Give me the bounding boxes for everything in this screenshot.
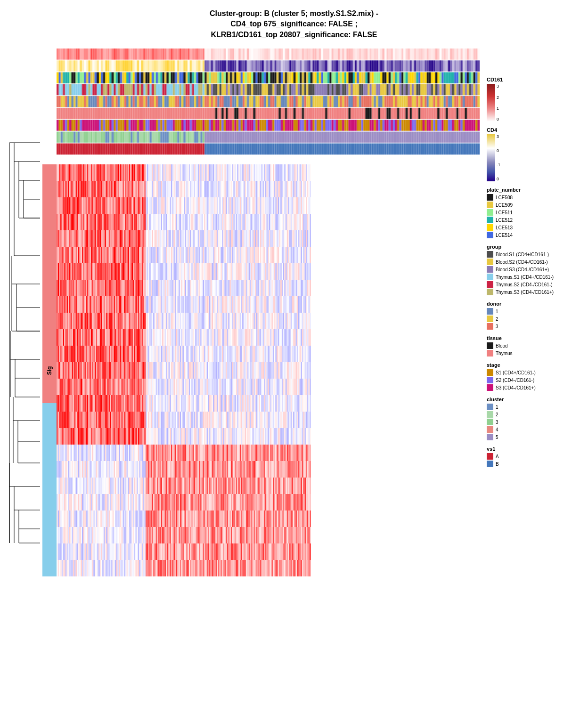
legend-area: CD161 3 2 1 [480, 49, 588, 576]
vs1-legend-title: vs1 [487, 446, 588, 452]
legend-item: A [487, 453, 588, 460]
legend-item: 1 [487, 308, 588, 315]
legend-item: B [487, 461, 588, 467]
legend-item: LCE512 [487, 217, 588, 223]
legend-item: S3 (CD4-/CD161+) [487, 384, 588, 391]
legend-item: 3 [487, 323, 588, 330]
svg-rect-34 [487, 84, 495, 122]
cd161-min: 0 [497, 117, 499, 122]
legend-item: S1 (CD4+/CD161-) [487, 369, 588, 376]
legend-item: 4 [487, 426, 588, 433]
donor-legend-title: donor [487, 301, 588, 307]
legend-item: Blood [487, 342, 588, 349]
plate-legend-title: plate_number [487, 187, 588, 193]
cd4-bot: 0 [497, 177, 500, 181]
cd4-mid: 0 [497, 148, 500, 153]
legend-item: LCE509 [487, 202, 588, 208]
legend-item: LCE514 [487, 232, 588, 238]
tissue-legend: BloodThymus [487, 342, 588, 357]
legend-item: Thymus.S3 (CD4-/CD161+) [487, 289, 588, 295]
dendrogram [5, 133, 42, 576]
cd4-colorbar [487, 134, 495, 181]
legend-item: 2 [487, 316, 588, 322]
legend-item: Blood.S1 (CD4+/CD161-) [487, 251, 588, 258]
legend-item: Thymus.S1 (CD4+/CD161-) [487, 274, 588, 280]
stage-legend-title: stage [487, 362, 588, 368]
legend-item: Thymus [487, 350, 588, 357]
legend-item: LCE513 [487, 224, 588, 231]
sig-label: Sig [46, 366, 53, 375]
cd4-max: 3 [497, 134, 500, 139]
tissue-legend-title: tissue [487, 335, 588, 341]
cd4-neg: -1 [497, 162, 500, 167]
cd161-low: 1 [497, 106, 499, 111]
vs1-legend: AB [487, 453, 588, 467]
legend-item: 2 [487, 411, 588, 418]
legend-item: 3 [487, 419, 588, 425]
cluster-legend: 12345 [487, 404, 588, 440]
legend-item: 1 [487, 404, 588, 410]
plate-legend: LCE508LCE509LCE511LCE512LCE513LCE514 [487, 194, 588, 238]
cd161-colorbar [487, 84, 495, 122]
legend-item: Thymus.S2 (CD4-/CD161-) [487, 281, 588, 288]
sig-label-area: Sig [42, 164, 57, 576]
annotation-heatmap [57, 49, 480, 163]
donor-legend: 123 [487, 308, 588, 330]
main-title: Cluster-group: B (cluster 5; mostly.S1.S… [0, 0, 588, 45]
legend-item: S2 (CD4-/CD161-) [487, 377, 588, 383]
cd161-mid: 2 [497, 95, 499, 100]
legend-item: LCE511 [487, 209, 588, 216]
group-legend: Blood.S1 (CD4+/CD161-)Blood.S2 (CD4-/CD1… [487, 251, 588, 295]
cluster-legend-title: cluster [487, 397, 588, 402]
gene-labels-column [311, 164, 344, 576]
cd161-max: 3 [497, 84, 499, 89]
heatmap-canvas [57, 164, 311, 576]
legend-item: 5 [487, 434, 588, 440]
svg-rect-35 [487, 134, 495, 181]
cd4-legend-title: CD4 [487, 127, 588, 133]
legend-item: Blood.S2 (CD4-/CD161-) [487, 259, 588, 265]
legend-item: LCE508 [487, 194, 588, 201]
legend-item: Blood.S3 (CD4-/CD161+) [487, 266, 588, 273]
cd161-legend-title: CD161 [487, 77, 588, 82]
group-legend-title: group [487, 244, 588, 250]
stage-legend: S1 (CD4+/CD161-)S2 (CD4-/CD161-)S3 (CD4-… [487, 369, 588, 391]
